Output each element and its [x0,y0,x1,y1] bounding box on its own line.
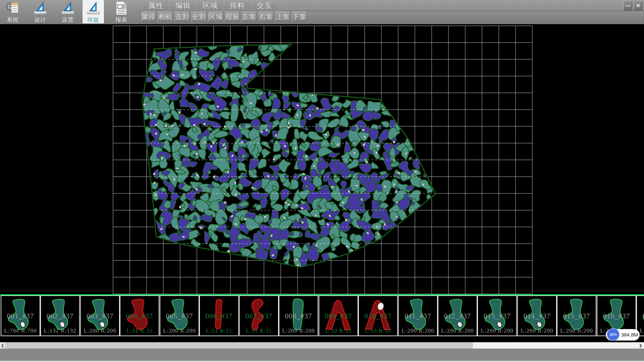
piece-lr-count: L:700 R:700 [1,327,40,334]
toolbar: 系统设计设置排版报表 属性编辑区域排料交互 聚排相机选割全割区域瑕疵左靠右靠上靠… [0,0,644,24]
piece-id-label: 009_#37 [319,312,358,320]
piece-id-label: 001_#37 [1,312,40,320]
piece-lr-count: L:200 R:200 [438,327,477,334]
piece-lr-count: L:200 R:200 [518,327,556,334]
memory-usage-badge: 38% 384.8M [606,329,640,341]
main-tab-label: 排版 [83,16,104,24]
menu-edit[interactable]: 编辑 [170,1,197,10]
thumbnail-005[interactable]: 005_#37L:200 R:200 [160,295,199,336]
tool-region[interactable]: 区域 [208,11,223,22]
scroll-right-button[interactable]: ❯ [638,342,643,349]
scroll-left-button[interactable]: ❮ [0,342,5,349]
close-button[interactable]: ✕ [634,1,643,10]
piece-lr-count: L:33 R:33 [359,327,397,334]
tool-select-cut[interactable]: 选割 [175,11,190,22]
status-bar [0,349,644,362]
piece-id-label: 002_#37 [41,312,79,320]
thumbnail-002[interactable]: 002_#37L:132 R:132 [40,295,80,336]
thumbnail-008[interactable]: 008_#37L:200 R:200 [279,295,318,336]
piece-lr-count: L:32 R:31 [319,327,358,334]
piece-lr-count: L:200 R:200 [279,327,318,334]
tool-camera[interactable]: 相机 [158,11,173,22]
piece-id-label: 007_#37 [240,312,278,320]
minimize-button[interactable]: — [624,1,632,10]
piece-id-label: 012_#37 [438,312,477,320]
piece-id-label: 016_#37 [597,312,636,320]
main-tab-design[interactable]: 设计 [30,0,51,23]
piece-lr-count: L:200 R:200 [478,327,516,334]
main-tab-layout[interactable]: 排版 [83,0,104,23]
main-tab-settings[interactable]: 设置 [57,0,78,23]
window-controls: — ✕ [624,1,643,10]
piece-id-label: 003_#37 [81,312,119,320]
tool-cut-all[interactable]: 全割 [192,11,206,22]
thumbnail-013[interactable]: 013_#37L:200 R:200 [477,295,517,336]
thumbnail-006[interactable]: 006_#37L:21 R:21 [199,295,239,336]
thumbnail-010[interactable]: 010_#37L:33 R:33 [358,295,398,336]
piece-id-label: 017_#37 [637,312,644,320]
ruler-icon [33,1,48,16]
main-tab-system[interactable]: 系统 [2,0,23,23]
piece-id-label: 010_#37 [359,312,397,320]
thumbnail-011[interactable]: 011_#37L:200 R:200 [398,295,438,336]
piece-id-label: 015_#37 [557,312,596,320]
filmstrip-scrollbar[interactable]: ❮ ❯ [0,342,644,349]
memory-value: 384.8M [621,329,638,341]
main-tab-label: 设置 [57,16,78,24]
piece-id-label: 008_#37 [279,312,318,320]
menu-properties[interactable]: 属性 [143,1,170,10]
system-icon [5,1,20,16]
piece-lr-count: L:200 R:200 [160,327,199,334]
tool-align-right[interactable]: 右靠 [259,11,273,22]
report-icon [114,1,129,16]
toolbar-hatch-texture [278,0,617,10]
ruler-icon [60,1,75,16]
menu-nesting[interactable]: 排料 [224,1,251,10]
piece-id-label: 005_#37 [160,312,199,320]
thumbnail-007[interactable]: 007_#37L:31 R:31 [239,295,279,336]
piece-lr-count: L:200 R:200 [81,327,119,334]
tool-defect[interactable]: 瑕疵 [225,11,240,22]
thumbnail-015[interactable]: 015_#37L:200 R:200 [557,295,596,336]
nesting-app-window: 系统设计设置排版报表 属性编辑区域排料交互 聚排相机选割全割区域瑕疵左靠右靠上靠… [0,0,644,362]
thumbnail-012[interactable]: 012_#37L:200 R:200 [438,295,477,336]
piece-filmstrip: 001_#37L:700 R:700002_#37L:132 R:132003_… [0,294,644,342]
main-tab-label: 设计 [30,16,51,24]
ruler-icon [86,1,101,16]
tool-align-left[interactable]: 左靠 [242,11,257,22]
menu-interact[interactable]: 交互 [251,1,278,10]
tool-align-bottom[interactable]: 下靠 [292,11,307,22]
piece-lr-count: L:31 R:31 [240,327,278,334]
progress-circle: 38% [607,328,620,341]
tool-button-row: 聚排相机选割全割区域瑕疵左靠右靠上靠下靠 [141,11,309,22]
piece-lr-count: L:21 R:21 [200,327,238,334]
main-tab-report[interactable]: 报表 [111,0,132,23]
thumbnail-001[interactable]: 001_#37L:700 R:700 [1,295,40,336]
piece-id-label: 004_#37 [120,312,159,320]
piece-lr-count: L:200 R:200 [399,327,437,334]
piece-lr-count: L:200 R:200 [557,327,596,334]
tool-cluster-nest[interactable]: 聚排 [141,11,156,22]
main-tab-label: 系统 [2,16,23,24]
status-bar-edge [0,361,644,362]
piece-lr-count: L:132 R:132 [41,327,79,334]
scrollbar-thumb[interactable] [5,342,473,349]
piece-id-label: 013_#37 [478,312,516,320]
main-tab-label: 报表 [111,16,132,24]
piece-id-label: 011_#37 [399,312,437,320]
thumbnail-003[interactable]: 003_#37L:200 R:200 [80,295,120,336]
tool-align-top[interactable]: 上靠 [275,11,290,22]
piece-lr-count: L:31 R:31 [120,327,159,334]
piece-id-label: 014_#37 [518,312,556,320]
piece-id-label: 006_#37 [200,312,238,320]
menu-region[interactable]: 区域 [197,1,224,10]
nesting-workspace[interactable] [0,24,644,294]
nesting-canvas[interactable] [0,24,644,294]
thumbnail-014[interactable]: 014_#37L:200 R:200 [517,295,557,336]
thumbnail-004[interactable]: 004_#37L:31 R:31 [120,295,159,336]
thumbnail-009[interactable]: 009_#37L:32 R:31 [319,295,358,336]
menu-bar: 属性编辑区域排料交互 [142,1,278,10]
